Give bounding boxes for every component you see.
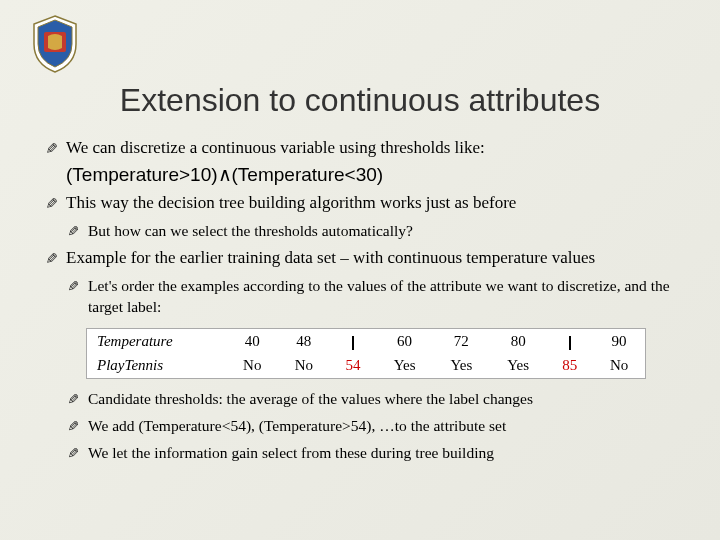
separator-cell <box>330 329 377 354</box>
bullet-text: Candidate thresholds: the average of the… <box>88 390 533 407</box>
bullet-order-examples: Let's order the examples according to th… <box>66 276 688 318</box>
cell: No <box>227 353 279 378</box>
cell: 60 <box>376 329 433 354</box>
slide-title: Extension to continuous attributes <box>0 0 720 137</box>
bullet-info-gain: We let the information gain select from … <box>66 443 688 464</box>
bullet-text: This way the decision tree building algo… <box>66 193 516 212</box>
bullet-text: We add (Temperature<54), (Temperature>54… <box>88 417 506 434</box>
cell: 72 <box>433 329 490 354</box>
formula-threshold: (Temperature>10)∧(Temperature<30) <box>44 162 688 188</box>
divider-icon <box>569 336 571 350</box>
row-label: Temperature <box>87 329 227 354</box>
temperature-table: Temperature 40 48 60 72 80 90 PlayTennis… <box>86 328 646 379</box>
table-row: Temperature 40 48 60 72 80 90 <box>87 329 646 354</box>
bullet-discretize: We can discretize a continuous variable … <box>44 137 688 160</box>
cell: 90 <box>593 329 645 354</box>
bullet-text: We can discretize a continuous variable … <box>66 138 485 157</box>
cell: 80 <box>490 329 547 354</box>
cell: Yes <box>433 353 490 378</box>
cell: No <box>593 353 645 378</box>
university-crest-logo <box>30 14 80 74</box>
cell: Yes <box>490 353 547 378</box>
bullet-candidate: Candidate thresholds: the average of the… <box>66 389 688 410</box>
bullet-text: Example for the earlier training data se… <box>66 248 595 267</box>
divider-icon <box>352 336 354 350</box>
cell: Yes <box>376 353 433 378</box>
cell: 40 <box>227 329 279 354</box>
cell: No <box>278 353 330 378</box>
bullet-example: Example for the earlier training data se… <box>44 247 688 270</box>
bullet-text: We let the information gain select from … <box>88 444 494 461</box>
cell: 48 <box>278 329 330 354</box>
bullet-add-attr: We add (Temperature<54), (Temperature>54… <box>66 416 688 437</box>
bullet-text: But how can we select the thresholds aut… <box>88 222 413 239</box>
table-row: PlayTennis No No 54 Yes Yes Yes 85 No <box>87 353 646 378</box>
bullet-auto-thresholds: But how can we select the thresholds aut… <box>66 221 688 242</box>
row-label: PlayTennis <box>87 353 227 378</box>
slide-body: We can discretize a continuous variable … <box>0 137 720 463</box>
bullet-algorithm: This way the decision tree building algo… <box>44 192 688 215</box>
threshold-cell: 85 <box>547 353 594 378</box>
threshold-cell: 54 <box>330 353 377 378</box>
separator-cell <box>547 329 594 354</box>
bullet-text: Let's order the examples according to th… <box>88 277 670 315</box>
